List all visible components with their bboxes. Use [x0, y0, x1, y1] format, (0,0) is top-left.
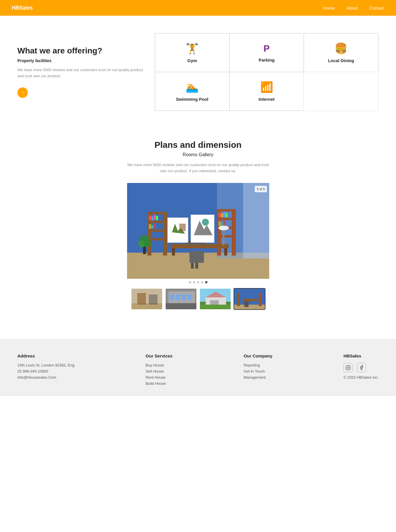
- facility-local-dining: 🍔 Local Dining: [304, 33, 378, 72]
- svg-rect-13: [149, 224, 151, 229]
- svg-rect-4: [147, 212, 165, 214]
- svg-rect-30: [172, 248, 175, 256]
- svg-point-47: [202, 219, 209, 226]
- svg-rect-76: [244, 301, 249, 307]
- svg-rect-31: [224, 248, 227, 256]
- facility-parking: P Parking: [229, 33, 304, 72]
- gallery-main-image: 5 of 5: [127, 183, 269, 279]
- footer-link-get-in-touch[interactable]: Get In Touch: [244, 369, 272, 373]
- svg-rect-6: [147, 229, 165, 232]
- svg-rect-34: [189, 251, 204, 263]
- footer-copyright: © 2022 HBSales Inc.: [343, 375, 379, 380]
- facility-swimming-pool: 🏊 Swimming Pool: [155, 72, 229, 111]
- gallery-dot-4[interactable]: [201, 281, 203, 283]
- svg-rect-48: [223, 228, 225, 245]
- offering-arrow-button[interactable]: →: [17, 87, 28, 98]
- svg-rect-44: [179, 224, 186, 231]
- plans-section: Plans and dimension Rooms Gallery We hav…: [0, 123, 396, 321]
- svg-rect-25: [225, 213, 228, 217]
- local-dining-icon: 🍔: [334, 42, 348, 55]
- svg-rect-63: [187, 294, 192, 300]
- footer-link-rent-house[interactable]: Rent House: [146, 375, 173, 380]
- svg-rect-55: [149, 294, 158, 305]
- svg-rect-75: [243, 299, 257, 301]
- footer-address-col: Address 15th Louis St, London 92382, Eng…: [17, 353, 75, 387]
- nav-contact[interactable]: Contact: [369, 6, 384, 10]
- svg-rect-62: [182, 294, 186, 300]
- svg-rect-74: [259, 293, 262, 306]
- svg-rect-9: [149, 215, 151, 220]
- svg-rect-8: [163, 212, 167, 256]
- navbar: HBSales Home About Contact: [0, 0, 396, 16]
- plans-description: We have more 5000 reviews and our custom…: [126, 162, 271, 174]
- svg-rect-23: [221, 213, 223, 217]
- facility-internet: 📶 Internet: [229, 72, 304, 111]
- gallery-thumb-3[interactable]: [199, 288, 231, 310]
- facility-gym: 🏋 Gym: [155, 33, 229, 72]
- footer-link-buy-house[interactable]: Buy House: [146, 363, 173, 367]
- footer-services-heading: Our Services: [146, 353, 173, 358]
- svg-rect-57: [166, 303, 196, 309]
- gallery-thumb-4[interactable]: [234, 288, 265, 310]
- svg-rect-36: [195, 263, 198, 269]
- gallery-dot-3[interactable]: [197, 281, 199, 283]
- svg-rect-21: [232, 209, 236, 256]
- footer-address-line3: Info@Housesales.Com: [17, 375, 75, 380]
- svg-point-40: [144, 240, 151, 247]
- gallery-thumb-1[interactable]: [131, 288, 163, 310]
- footer-company-heading: Our Company: [244, 353, 272, 358]
- internet-label: Internet: [259, 97, 275, 102]
- footer-link-sell-house[interactable]: Sell House: [146, 369, 173, 373]
- gallery-dots: [127, 281, 269, 283]
- nav-about[interactable]: About: [346, 6, 358, 10]
- room-svg: 5 of 5: [127, 183, 269, 279]
- footer-address-line2: 25 999-345-10800: [17, 369, 75, 373]
- local-dining-label: Local Dining: [328, 58, 354, 63]
- svg-rect-61: [176, 294, 180, 300]
- gym-icon: 🏋: [186, 42, 199, 55]
- swimming-pool-icon: 🏊: [186, 81, 199, 93]
- footer: Address 15th Louis St, London 92382, Eng…: [0, 339, 396, 396]
- svg-rect-33: [187, 244, 204, 245]
- footer-company-col: Our Company Reporting Get In Touch Manag…: [244, 353, 272, 387]
- svg-rect-77: [346, 365, 350, 370]
- offering-subtitle: Property facilities: [17, 58, 143, 63]
- svg-rect-35: [191, 263, 194, 269]
- gallery-thumbnails: [17, 288, 379, 310]
- footer-brand-heading: HBSales: [343, 353, 379, 358]
- svg-rect-60: [170, 294, 174, 300]
- internet-icon: 📶: [260, 81, 273, 93]
- gallery-dot-1[interactable]: [189, 281, 191, 283]
- instagram-icon[interactable]: [343, 363, 353, 372]
- svg-point-49: [218, 226, 229, 230]
- svg-rect-73: [237, 293, 240, 306]
- svg-rect-27: [221, 222, 223, 226]
- svg-point-79: [349, 366, 350, 367]
- offering-section: What we are offering? Property facilitie…: [0, 16, 396, 123]
- svg-rect-41: [243, 183, 269, 258]
- offering-text: What we are offering? Property facilitie…: [17, 33, 155, 111]
- footer-services-col: Our Services Buy House Sell House Rent H…: [146, 353, 173, 387]
- offering-description: We have more 5000 reviews and our custom…: [17, 67, 143, 79]
- svg-point-78: [347, 367, 349, 369]
- gallery-dot-5[interactable]: [205, 281, 207, 283]
- svg-rect-24: [223, 212, 225, 217]
- svg-rect-14: [151, 225, 153, 229]
- svg-rect-28: [223, 221, 225, 226]
- footer-link-management[interactable]: Management: [244, 375, 272, 380]
- swimming-pool-label: Swimming Pool: [176, 97, 209, 102]
- svg-rect-53: [131, 303, 162, 309]
- facebook-icon[interactable]: [357, 363, 366, 372]
- footer-link-build-house[interactable]: Build House: [146, 381, 173, 386]
- svg-text:5 of 5: 5 of 5: [257, 187, 265, 191]
- offering-title: What we are offering?: [17, 46, 143, 55]
- footer-link-reporting[interactable]: Reporting: [244, 363, 272, 367]
- svg-rect-10: [151, 216, 153, 220]
- gallery-dot-2[interactable]: [193, 281, 195, 283]
- nav-home[interactable]: Home: [323, 6, 335, 10]
- parking-label: Parking: [259, 57, 275, 62]
- svg-rect-15: [153, 224, 155, 229]
- rooms-subtitle: Rooms Gallery: [17, 152, 379, 157]
- plans-title: Plans and dimension: [17, 140, 379, 150]
- gallery-thumb-2[interactable]: [165, 288, 197, 310]
